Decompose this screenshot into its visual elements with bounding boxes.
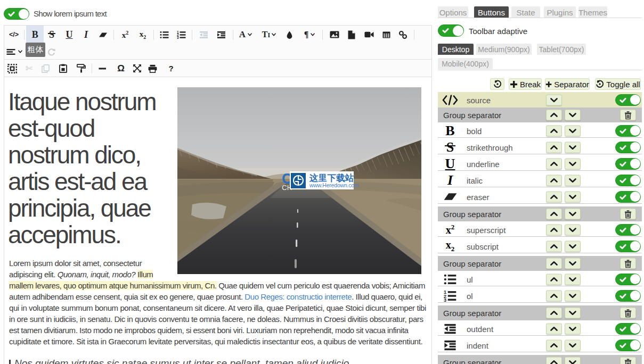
svg-text:3: 3 (177, 36, 179, 39)
svg-text:3: 3 (444, 297, 446, 302)
